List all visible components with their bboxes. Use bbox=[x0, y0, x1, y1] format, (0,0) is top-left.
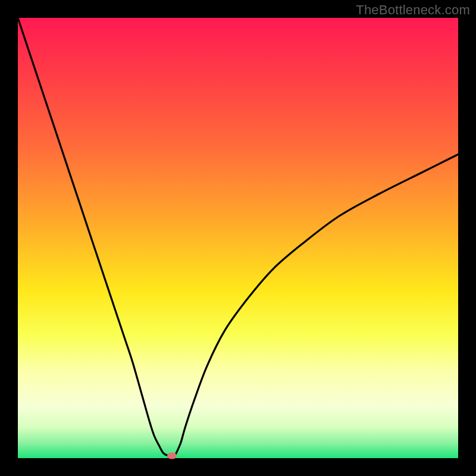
optimal-marker bbox=[167, 453, 177, 459]
plot-area bbox=[18, 18, 458, 458]
bottleneck-curve bbox=[18, 18, 458, 456]
chart-frame: TheBottleneck.com bbox=[0, 0, 476, 476]
watermark-text: TheBottleneck.com bbox=[356, 2, 470, 18]
curve-layer bbox=[18, 18, 458, 458]
